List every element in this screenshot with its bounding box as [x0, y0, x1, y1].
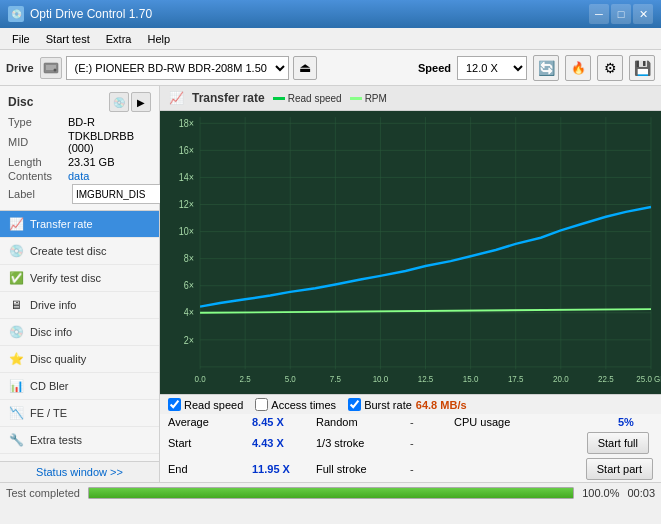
speed-select[interactable]: 12.0 X — [457, 56, 527, 80]
legend-read-color — [273, 97, 285, 100]
transfer-rate-chart: 18× 16× 14× 12× 10× 8× 6× 4× 2× 0.0 2.5 … — [160, 111, 661, 394]
svg-text:7.5: 7.5 — [330, 373, 341, 384]
content-area: 📈 Transfer rate Read speed RPM — [160, 86, 661, 482]
burst-rate-checkbox-label[interactable]: Burst rate — [348, 398, 412, 411]
disc-label-label: Label — [8, 188, 68, 200]
start-part-button[interactable]: Start part — [586, 458, 653, 480]
drive-icon — [40, 57, 62, 79]
stroke-1-value: - — [410, 437, 460, 449]
length-value: 23.31 GB — [68, 156, 114, 168]
minimize-button[interactable]: ─ — [589, 4, 609, 24]
drive-label: Drive — [6, 62, 34, 74]
nav-item-cd-bler[interactable]: 📊 CD Bler — [0, 373, 159, 400]
read-speed-checkbox[interactable] — [168, 398, 181, 411]
create-test-disc-icon: 💿 — [8, 243, 24, 259]
read-speed-checkbox-label[interactable]: Read speed — [168, 398, 243, 411]
svg-text:18×: 18× — [179, 117, 194, 129]
disc-label-input[interactable] — [72, 184, 172, 204]
titlebar-controls: ─ □ ✕ — [589, 4, 653, 24]
svg-text:10×: 10× — [179, 225, 194, 237]
mid-value: TDKBLDRBB (000) — [68, 130, 151, 154]
verify-test-disc-icon: ✅ — [8, 270, 24, 286]
mid-label: MID — [8, 136, 68, 148]
legend-read-label: Read speed — [288, 93, 342, 104]
average-label: Average — [168, 416, 248, 428]
svg-text:25.0 GB: 25.0 GB — [636, 373, 661, 384]
end-stat-label: End — [168, 463, 248, 475]
stroke-1-label: 1/3 stroke — [316, 437, 406, 449]
save-button[interactable]: 💾 — [629, 55, 655, 81]
start-full-button[interactable]: Start full — [587, 432, 649, 454]
status-window-button[interactable]: Status window >> — [0, 461, 159, 482]
contents-label: Contents — [8, 170, 68, 182]
burst-rate-checkbox[interactable] — [348, 398, 361, 411]
nav-label-verify-test-disc: Verify test disc — [30, 272, 101, 284]
svg-text:12.5: 12.5 — [418, 373, 434, 384]
close-button[interactable]: ✕ — [633, 4, 653, 24]
nav-label-fe-te: FE / TE — [30, 407, 67, 419]
nav-item-create-test-disc[interactable]: 💿 Create test disc — [0, 238, 159, 265]
drive-select[interactable]: (E:) PIONEER BD-RW BDR-208M 1.50 — [66, 56, 289, 80]
drive-info-icon: 🖥 — [8, 297, 24, 313]
titlebar: 💿 Opti Drive Control 1.70 ─ □ ✕ — [0, 0, 661, 28]
chart-controls: Read speed Access times Burst rate 64.8 … — [160, 394, 661, 414]
transfer-rate-icon: 📈 — [8, 216, 24, 232]
type-value: BD-R — [68, 116, 95, 128]
restore-button[interactable]: □ — [611, 4, 631, 24]
svg-point-2 — [53, 68, 56, 71]
progress-bar — [88, 487, 574, 499]
sidebar: Disc 💿 ▶ Type BD-R MID TDKBLDRBB (000) L… — [0, 86, 160, 482]
access-times-label: Access times — [271, 399, 336, 411]
menu-start-test[interactable]: Start test — [38, 31, 98, 47]
nav-item-disc-info[interactable]: 💿 Disc info — [0, 319, 159, 346]
status-text: Test completed — [6, 487, 80, 499]
nav-label-disc-quality: Disc quality — [30, 353, 86, 365]
chart-title-icon: 📈 — [168, 90, 184, 106]
menubar: File Start test Extra Help — [0, 28, 661, 50]
svg-text:12×: 12× — [179, 198, 194, 210]
app-icon: 💿 — [8, 6, 24, 22]
toolbar: Drive (E:) PIONEER BD-RW BDR-208M 1.50 ⏏… — [0, 50, 661, 86]
access-times-checkbox[interactable] — [255, 398, 268, 411]
svg-text:10.0: 10.0 — [373, 373, 389, 384]
nav-item-verify-test-disc[interactable]: ✅ Verify test disc — [0, 265, 159, 292]
disc-quality-icon: ⭐ — [8, 351, 24, 367]
end-stat-value: 11.95 X — [252, 463, 312, 475]
nav-item-fe-te[interactable]: 📉 FE / TE — [0, 400, 159, 427]
svg-text:22.5: 22.5 — [598, 373, 614, 384]
burst-rate-value: 64.8 MB/s — [416, 399, 467, 411]
burst-rate-label: Burst rate — [364, 399, 412, 411]
start-stat-label: Start — [168, 437, 248, 449]
disc-section: Disc 💿 ▶ Type BD-R MID TDKBLDRBB (000) L… — [0, 86, 159, 211]
nav-label-extra-tests: Extra tests — [30, 434, 82, 446]
disc-icon-btn-1[interactable]: 💿 — [109, 92, 129, 112]
svg-text:0.0: 0.0 — [195, 373, 206, 384]
nav-item-drive-info[interactable]: 🖥 Drive info — [0, 292, 159, 319]
burn-button[interactable]: 🔥 — [565, 55, 591, 81]
chart-title: Transfer rate — [192, 91, 265, 105]
refresh-button[interactable]: 🔄 — [533, 55, 559, 81]
settings-button[interactable]: ⚙ — [597, 55, 623, 81]
disc-info-icon: 💿 — [8, 324, 24, 340]
nav-item-extra-tests[interactable]: 🔧 Extra tests — [0, 427, 159, 454]
nav-item-disc-quality[interactable]: ⭐ Disc quality — [0, 346, 159, 373]
eject-button[interactable]: ⏏ — [293, 56, 317, 80]
svg-text:5.0: 5.0 — [285, 373, 296, 384]
menu-help[interactable]: Help — [139, 31, 178, 47]
svg-text:15.0: 15.0 — [463, 373, 479, 384]
type-label: Type — [8, 116, 68, 128]
disc-icons: 💿 ▶ — [109, 92, 151, 112]
nav-item-transfer-rate[interactable]: 📈 Transfer rate — [0, 211, 159, 238]
disc-icon-btn-2[interactable]: ▶ — [131, 92, 151, 112]
access-times-checkbox-label[interactable]: Access times — [255, 398, 336, 411]
menu-extra[interactable]: Extra — [98, 31, 140, 47]
nav-label-transfer-rate: Transfer rate — [30, 218, 93, 230]
full-stroke-value: - — [410, 463, 460, 475]
menu-file[interactable]: File — [4, 31, 38, 47]
svg-rect-3 — [160, 111, 661, 394]
drive-select-group: (E:) PIONEER BD-RW BDR-208M 1.50 ⏏ — [40, 56, 412, 80]
nav-label-drive-info: Drive info — [30, 299, 76, 311]
contents-value: data — [68, 170, 89, 182]
length-label: Length — [8, 156, 68, 168]
cpu-value: 5% — [618, 416, 661, 428]
